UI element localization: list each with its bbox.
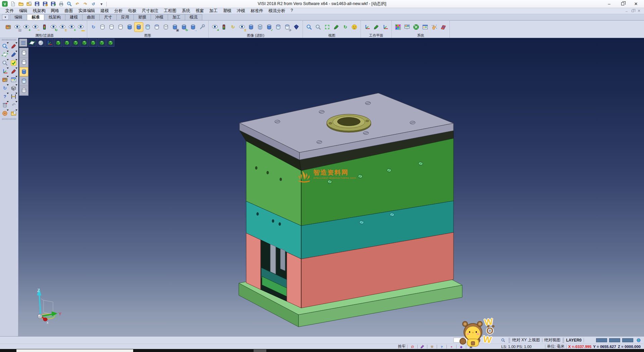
menu-item-建模[interactable]: 建模 (98, 8, 112, 14)
mdi-close-button[interactable]: ✕ (636, 9, 642, 13)
wireframe-view-icon[interactable] (98, 23, 107, 32)
view-top-icon[interactable] (98, 39, 106, 47)
workplane-create-icon[interactable] (363, 23, 371, 32)
save-all-icon[interactable] (50, 1, 57, 7)
menu-item-曲面[interactable]: 曲面 (62, 8, 76, 14)
shaded-box-view-icon[interactable]: ▣ (171, 23, 179, 32)
open-model-icon[interactable] (25, 1, 33, 7)
hide-all-icon[interactable]: ▬ (76, 23, 85, 32)
dropdown-arrow-icon[interactable] (7, 101, 9, 102)
dropdown-arrow-icon[interactable] (15, 59, 17, 60)
menu-item-分析[interactable]: 分析 (112, 8, 125, 14)
workplane-box-icon[interactable] (1, 50, 9, 58)
tab-模流[interactable]: 模流 (185, 14, 202, 20)
dropdown-arrow-icon[interactable] (7, 84, 9, 86)
close-button[interactable]: ✕ (629, 1, 643, 7)
dropdown-arrow-icon[interactable] (7, 109, 9, 111)
dropdown-arrow-icon[interactable] (7, 93, 9, 94)
tab-尺寸[interactable]: 尺寸 (99, 14, 117, 20)
adv-invert-icon[interactable]: ± (238, 23, 246, 32)
print-preview-icon[interactable] (66, 1, 73, 7)
menu-item-编辑[interactable]: 编辑 (16, 8, 30, 14)
workplane-reset-icon[interactable] (381, 23, 389, 32)
dropdown-arrow-icon[interactable] (7, 59, 9, 60)
toolbar-grip-top[interactable] (2, 39, 16, 41)
adv-shaded-icon[interactable] (247, 23, 255, 32)
tab-曲面[interactable]: 曲面 (82, 14, 100, 20)
status-ucs-box-icon[interactable]: ◆ (458, 344, 465, 349)
render-settings-icon[interactable] (198, 23, 206, 32)
dropdown-arrow-icon[interactable] (15, 101, 17, 102)
dropdown-arrow-icon[interactable] (15, 93, 17, 94)
dropdown-arrow-icon[interactable] (15, 109, 17, 111)
filter-traffic-light-icon[interactable] (40, 23, 49, 32)
database-table-icon[interactable] (439, 23, 447, 32)
dropdown-arrow-icon[interactable] (7, 42, 9, 44)
delete-entity-icon[interactable] (1, 101, 9, 109)
tab-加工[interactable]: 加工 (168, 14, 185, 20)
navigate-wheel-icon[interactable] (1, 109, 9, 117)
hidden-line-view-icon[interactable] (153, 23, 161, 32)
adv-validate-icon[interactable]: ✓ (265, 23, 273, 32)
new-file-icon[interactable] (9, 1, 16, 7)
view-frame-icon[interactable] (323, 23, 331, 32)
tab-编辑[interactable]: 编辑 (10, 14, 27, 20)
spacer-rail-right[interactable] (287, 252, 301, 308)
wireframe-hidden-icon[interactable] (107, 23, 116, 32)
view-front-icon[interactable] (80, 39, 88, 47)
spacer-rail-left[interactable] (246, 233, 261, 290)
tab-塑膜[interactable]: 塑膜 (133, 14, 151, 20)
menu-item-视窗[interactable]: 视窗 (193, 8, 207, 14)
style-ghost-icon[interactable] (20, 77, 28, 85)
window-tile-icon[interactable] (9, 76, 18, 84)
dropdown-arrow-icon[interactable] (15, 42, 17, 44)
menu-item-?[interactable]: ? (288, 8, 296, 14)
print-icon[interactable] (58, 1, 65, 7)
zoom-view-icon[interactable] (305, 23, 313, 32)
status-lock-label[interactable]: 拴牢 (398, 344, 406, 349)
edit-curve-icon[interactable] (9, 50, 18, 58)
status-help-icon[interactable]: ? (438, 344, 445, 349)
shaded-export-icon[interactable]: → (189, 23, 197, 32)
view-iso-right-icon[interactable] (71, 39, 79, 47)
support-pillar-back[interactable] (280, 249, 285, 271)
shaded-refresh-icon[interactable]: ↻ (180, 23, 188, 32)
status-absolute-view[interactable]: 绝对视图 (544, 337, 560, 343)
status-layer[interactable]: LAYER0 (566, 338, 582, 343)
style-hidden-icon[interactable] (20, 58, 28, 67)
measure-distance-icon[interactable] (9, 92, 18, 100)
tab-建模[interactable]: 建模 (65, 14, 83, 20)
view-iso-back-icon[interactable] (106, 39, 114, 47)
menu-item-实体编辑[interactable]: 实体编辑 (76, 8, 98, 14)
adv-ghost-icon[interactable] (274, 23, 282, 32)
file-import-icon[interactable] (9, 109, 18, 117)
minimize-button[interactable]: – (602, 1, 616, 7)
menu-item-冲模[interactable]: 冲模 (234, 8, 248, 14)
support-pillar-front[interactable] (270, 244, 276, 274)
open-file-icon[interactable] (17, 1, 24, 7)
view-side-icon[interactable] (89, 39, 97, 47)
dropdown-arrow-icon[interactable] (15, 84, 17, 86)
status-build-icon[interactable]: ⚒ (429, 344, 435, 349)
graphics-viewport[interactable]: Z Y x 智造资料网 INTELLIGENT MANUFACTURING DA… (0, 38, 644, 336)
menu-item-模流分析[interactable]: 模流分析 (266, 8, 288, 14)
menu-item-标准件[interactable]: 标准件 (248, 8, 266, 14)
transparent-view-icon[interactable] (144, 23, 152, 32)
menu-item-电极[interactable]: 电极 (125, 8, 139, 14)
workplane-toggle-icon[interactable] (28, 39, 36, 47)
view-refresh-icon[interactable]: ↻ (341, 23, 350, 32)
view-dynamic-icon[interactable] (332, 23, 340, 32)
hide-entities-icon[interactable]: − (31, 23, 40, 32)
status-filter-off-icon[interactable]: ∅ (409, 344, 416, 349)
show-entities-icon[interactable]: + (22, 23, 31, 32)
adv-show-add-icon[interactable]: + (211, 23, 219, 32)
menu-item-文件[interactable]: 文件 (3, 8, 16, 14)
mdi-restore-button[interactable] (632, 10, 634, 12)
mdi-minimize-button[interactable]: – (624, 9, 630, 13)
style-wireframe-icon[interactable] (20, 49, 28, 57)
attributes-view-icon[interactable]: ▤ (13, 23, 21, 32)
dropdown-arrow-icon[interactable] (15, 51, 17, 52)
dropdown-arrow-icon[interactable] (7, 68, 9, 69)
zoom-solid-icon[interactable] (1, 59, 9, 67)
toolbar-grip-bottom[interactable] (2, 118, 16, 120)
